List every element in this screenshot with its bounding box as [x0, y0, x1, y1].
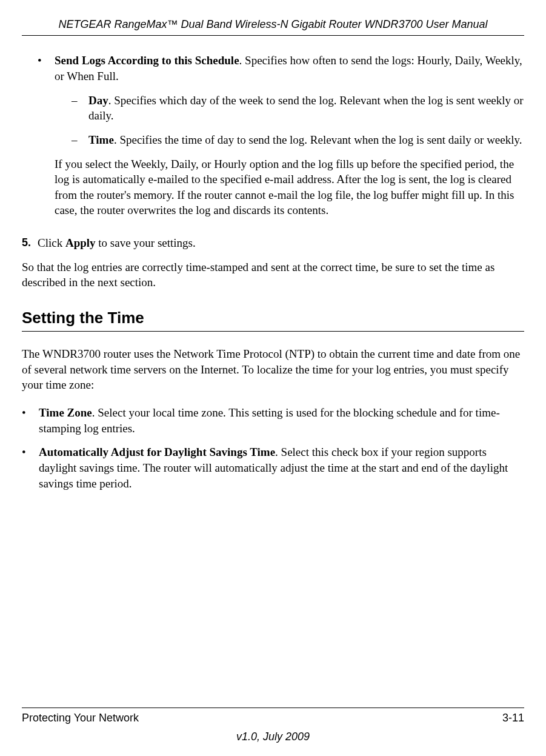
term-desc: . Specifies which day of the week to sen…: [88, 94, 524, 122]
page: NETGEAR RangeMax™ Dual Band Wireless-N G…: [0, 0, 546, 756]
bullet-icon: •: [22, 444, 39, 491]
document-header: NETGEAR RangeMax™ Dual Band Wireless-N G…: [22, 17, 524, 36]
list-item: • Automatically Adjust for Daylight Savi…: [22, 444, 524, 491]
footer-chapter: Protecting Your Network: [22, 711, 139, 725]
list-item: • Time Zone. Select your local time zone…: [22, 405, 524, 436]
term-desc: . Select your local time zone. This sett…: [39, 406, 500, 435]
list-item-body: Automatically Adjust for Daylight Saving…: [39, 444, 524, 491]
sub-item-body: Day. Specifies which day of the week to …: [88, 93, 524, 124]
footer-line: Protecting Your Network 3-11: [22, 707, 524, 725]
list-item-body: Time Zone. Select your local time zone. …: [39, 405, 524, 436]
sub-list: – Day. Specifies which day of the week t…: [72, 93, 524, 148]
step-number: 5.: [22, 235, 38, 251]
dash-icon: –: [72, 93, 88, 124]
term-bold: Day: [88, 94, 108, 107]
sub-list-item: – Day. Specifies which day of the week t…: [72, 93, 524, 124]
list-item: • Send Logs According to this Schedule. …: [38, 53, 524, 227]
term-bold: Automatically Adjust for Daylight Saving…: [39, 446, 275, 458]
footer-version: v1.0, July 2009: [22, 729, 524, 744]
bullet-icon: •: [22, 405, 39, 436]
step-body: Click Apply to save your settings.: [38, 235, 196, 251]
sub-list-item: – Time. Specifies the time of day to sen…: [72, 132, 524, 148]
section-heading: Setting the Time: [22, 307, 524, 332]
text: Click: [38, 236, 65, 249]
text: to save your settings.: [96, 236, 196, 249]
numbered-step: 5. Click Apply to save your settings.: [22, 235, 524, 251]
page-footer: Protecting Your Network 3-11 v1.0, July …: [22, 707, 524, 744]
term-desc: . Specifies the time of day to send the …: [114, 133, 522, 146]
footer-page-number: 3-11: [502, 711, 524, 725]
bullet-icon: •: [38, 53, 55, 227]
list-item-body: Send Logs According to this Schedule. Sp…: [55, 53, 524, 227]
dash-icon: –: [72, 132, 88, 148]
term-bold: Time Zone: [39, 406, 92, 419]
term-bold: Apply: [65, 236, 96, 249]
bullet-list: • Send Logs According to this Schedule. …: [38, 53, 524, 227]
term-bold: Send Logs According to this Schedule: [55, 54, 239, 67]
paragraph: The WNDR3700 router uses the Network Tim…: [22, 346, 524, 393]
term-bold: Time: [88, 133, 114, 146]
sub-item-body: Time. Specifies the time of day to send …: [88, 132, 522, 148]
paragraph: If you select the Weekly, Daily, or Hour…: [55, 156, 524, 219]
paragraph: So that the log entries are correctly ti…: [22, 259, 524, 290]
